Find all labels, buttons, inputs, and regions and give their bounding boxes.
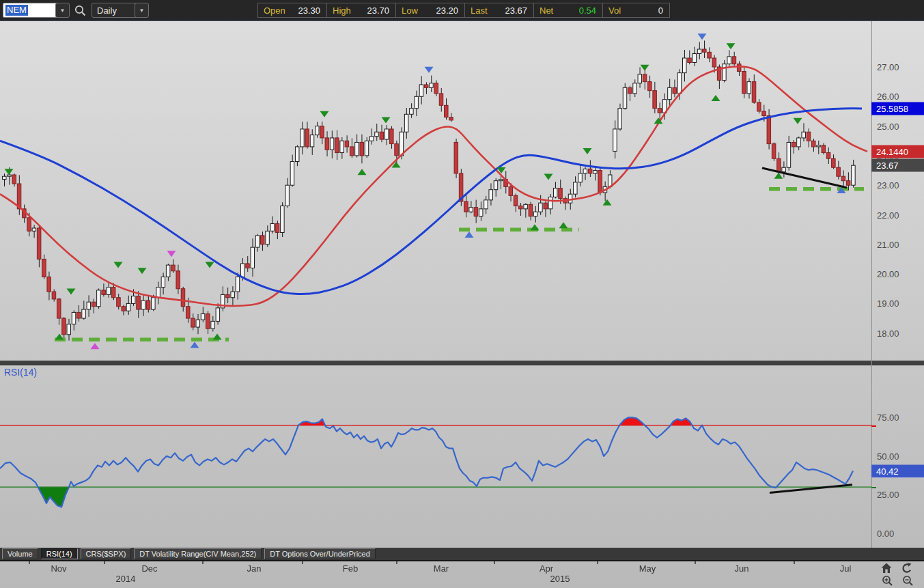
price-tick-label: 22.00 [877, 210, 899, 220]
month-boundary-tick [396, 561, 397, 564]
quote-cell-net: Net0.54 [534, 3, 603, 18]
quote-label: Low [396, 5, 418, 16]
quote-value: 0.54 [579, 5, 602, 16]
month-boundary-tick [302, 561, 303, 564]
month-label: Dec [141, 563, 157, 574]
month-boundary-tick [597, 561, 598, 564]
month-label: Apr [540, 563, 553, 574]
zoom-in-icon[interactable] [882, 575, 893, 587]
rsi-tick-label: 50.00 [877, 451, 899, 461]
time-axis: NovDecJanFebMarAprMayJunJul20142015 [0, 561, 924, 588]
rsi-os-tick [871, 487, 876, 488]
month-boundary-tick [29, 561, 30, 564]
month-label: Mar [434, 563, 449, 574]
price-tick-label: 23.00 [877, 180, 899, 191]
month-label: Jun [735, 563, 749, 574]
quote-label: Open [258, 5, 285, 16]
rsi-tick-label: 25.00 [877, 490, 899, 500]
month-label: Nov [51, 563, 66, 574]
price-tick-label: 18.00 [877, 328, 899, 338]
rsi-tick-label: 75.00 [877, 412, 899, 423]
rsi-chart-canvas[interactable] [0, 365, 871, 548]
indicator-tab-bar: VolumeRSI(14)CRS($SPX)DT Volatility Rang… [0, 548, 924, 561]
quote-label: Vol [603, 5, 621, 16]
symbol-text: NEM [5, 5, 28, 16]
month-label: Feb [343, 563, 358, 574]
top-toolbar: NEM ▼ Daily ▼ Open23.30High23.70Low23.20… [0, 0, 924, 21]
chart-area: 27.0026.0025.0024.0023.0022.0021.0020.00… [0, 20, 924, 588]
quote-cell-high: High23.70 [327, 3, 396, 18]
month-boundary-tick [104, 561, 105, 564]
month-boundary-tick [202, 561, 204, 564]
quote-value: 23.30 [298, 5, 326, 16]
quote-value: 0 [658, 5, 669, 16]
home-icon[interactable] [880, 562, 893, 574]
price-chart-canvas[interactable] [0, 20, 871, 361]
quote-label: High [327, 5, 351, 16]
rsi-panel-title: RSI(14) [4, 367, 37, 378]
price-tick-label: 25.00 [877, 121, 899, 131]
month-boundary-tick [794, 561, 795, 564]
timeframe-value: Daily [97, 5, 117, 16]
rsi-ob-tick [871, 425, 876, 427]
zoom-out-icon[interactable] [902, 575, 914, 587]
rsi-tick-label: 0.00 [877, 529, 894, 539]
quote-panel: Open23.30High23.70Low23.20Last23.67Net0.… [257, 3, 670, 18]
search-icon[interactable] [74, 4, 87, 17]
month-label: Jan [247, 563, 262, 574]
symbol-dropdown-button[interactable]: ▼ [55, 3, 70, 18]
price-tick-label: 26.00 [877, 92, 899, 102]
price-tick-label: 20.00 [877, 269, 899, 279]
timeframe-select[interactable]: Daily [92, 3, 140, 18]
year-label: 2014 [116, 574, 136, 584]
rsi-value-badge: 40.42 [871, 464, 924, 477]
tab-dt-options-over-underpriced[interactable]: DT Options Over/UnderPriced [264, 548, 376, 559]
timeframe-dropdown-button[interactable]: ▼ [135, 3, 149, 18]
price-badge: 25.5858 [871, 102, 924, 115]
month-boundary-tick [494, 561, 495, 564]
price-tick-label: 27.00 [877, 62, 899, 72]
symbol-input[interactable]: NEM [3, 3, 58, 18]
price-badge: 23.67 [871, 159, 924, 172]
tab-volume[interactable]: Volume [2, 548, 38, 559]
quote-value: 23.20 [436, 5, 464, 16]
quote-cell-open: Open23.30 [257, 3, 327, 18]
tab-rsi-14-[interactable]: RSI(14) [41, 548, 78, 559]
quote-cell-last: Last23.67 [465, 3, 534, 18]
panel-separator[interactable] [0, 361, 924, 365]
reset-zoom-icon[interactable] [901, 562, 913, 574]
quote-label: Net [534, 5, 553, 16]
month-label: May [639, 563, 656, 574]
price-badge: 24.1440 [871, 145, 924, 158]
month-boundary-tick [695, 561, 696, 564]
quote-label: Last [465, 5, 488, 16]
month-label: Jul [840, 563, 852, 574]
quote-value: 23.70 [367, 5, 395, 16]
price-tick-label: 19.00 [877, 298, 899, 309]
tab-crs-spx-[interactable]: CRS($SPX) [81, 548, 132, 559]
price-tick-label: 21.00 [877, 239, 899, 249]
quote-value: 23.67 [505, 5, 533, 16]
charting-app: NEM ▼ Daily ▼ Open23.30High23.70Low23.20… [0, 0, 924, 588]
year-label: 2015 [550, 574, 570, 584]
quote-cell-low: Low23.20 [396, 3, 465, 18]
tab-dt-volatility-range-civ-mean-252-[interactable]: DT Volatility Range(CIV Mean,252) [134, 548, 262, 559]
quote-cell-vol: Vol0 [603, 3, 670, 18]
